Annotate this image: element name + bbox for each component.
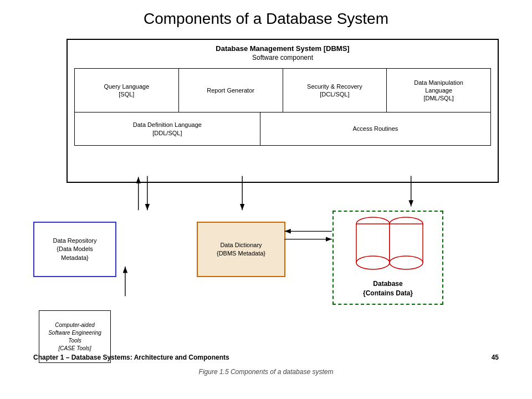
- figure-caption: Figure 1.5 Components of a database syst…: [33, 368, 499, 376]
- svg-point-2: [356, 256, 390, 269]
- component-query-lang: Query Language[SQL]: [75, 69, 179, 112]
- cylinders-svg: [352, 214, 424, 275]
- diagram-area: Database Management System [DBMS] Softwa…: [33, 39, 499, 366]
- data-repository-box: Data Repository{Data ModelsMetadata}: [33, 222, 116, 277]
- database-label: Database{Contains Data}: [363, 279, 413, 298]
- footer-right: 45: [492, 354, 499, 361]
- component-security: Security & Recovery[DCL/SQL]: [283, 69, 387, 112]
- svg-point-5: [390, 256, 423, 269]
- component-report-gen: Report Generator: [179, 69, 283, 112]
- dbms-title: Database Management System [DBMS]: [68, 40, 498, 54]
- data-dictionary-box: Data Dictionary{DBMS Metadata}: [197, 222, 285, 277]
- component-ddl: Data Definition Language[DDL/SQL]: [75, 112, 260, 145]
- bottom-row: Data Definition Language[DDL/SQL] Access…: [74, 112, 491, 146]
- database-box: Database{Contains Data}: [332, 211, 443, 305]
- dbms-subtitle: Software component: [68, 54, 498, 66]
- dbms-box: Database Management System [DBMS] Softwa…: [66, 39, 499, 183]
- footer-left: Chapter 1 – Database Systems: Architectu…: [33, 354, 229, 361]
- components-row: Query Language[SQL] Report Generator Sec…: [74, 68, 491, 112]
- page-title: Components of a Database System: [0, 0, 532, 33]
- component-dml: Data ManipulationLanguage[DML/SQL]: [387, 69, 490, 112]
- component-access: Access Routines: [260, 112, 490, 145]
